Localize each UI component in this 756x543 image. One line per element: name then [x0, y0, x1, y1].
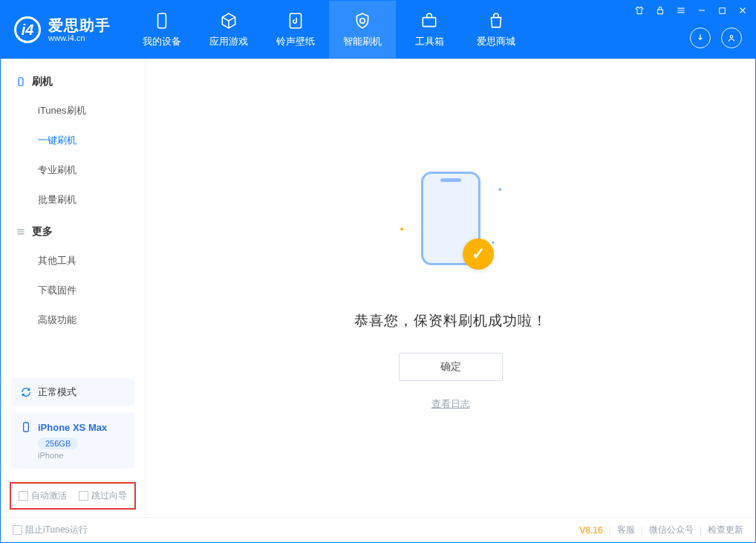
sparkle-icon: ✦: [399, 225, 405, 233]
tab-store[interactable]: 爱思商城: [463, 1, 529, 59]
check-update-link[interactable]: 检查更新: [708, 524, 743, 536]
tab-ringtone-wallpaper[interactable]: 铃声壁纸: [262, 1, 329, 59]
svg-rect-7: [24, 423, 29, 432]
main-content: ✓ ✦ ✦ ✦ 恭喜您，保资料刷机成功啦！ 确定 查看日志: [146, 59, 755, 517]
tab-toolbox[interactable]: 工具箱: [396, 1, 463, 59]
refresh-shield-icon: [353, 11, 372, 30]
sidebar-item-download-firmware[interactable]: 下载固件: [1, 276, 145, 305]
titlebar-actions: [690, 27, 742, 48]
menu-icon[interactable]: [676, 5, 686, 16]
svg-rect-4: [720, 7, 726, 13]
statusbar: 阻止iTunes运行 V8.16 | 客服 | 微信公众号 | 检查更新: [1, 517, 755, 542]
tab-smart-flash[interactable]: 智能刷机: [329, 1, 396, 59]
sidebar-header-more: 更多: [1, 218, 145, 246]
device-capacity: 256GB: [38, 438, 78, 449]
device-platform: iPhone: [38, 451, 126, 460]
checkbox-icon: [79, 491, 88, 501]
tab-label: 工具箱: [415, 35, 444, 48]
download-button[interactable]: [690, 27, 711, 48]
sidebar-header-label: 更多: [32, 225, 53, 238]
bag-icon: [486, 11, 506, 30]
device-name: iPhone XS Max: [38, 422, 107, 433]
app-name: 爱思助手: [48, 17, 111, 33]
app-url: www.i4.cn: [48, 33, 111, 42]
ok-button[interactable]: 确定: [399, 353, 503, 381]
sidebar-group-more: 更多 其他工具 下载固件 高级功能: [1, 218, 145, 338]
svg-rect-2: [423, 18, 435, 27]
close-icon[interactable]: [737, 5, 748, 16]
minimize-icon[interactable]: [697, 5, 707, 16]
tab-label: 智能刷机: [343, 35, 382, 48]
user-icon: [726, 33, 737, 43]
check-badge-icon: ✓: [463, 238, 494, 270]
checkbox-icon: [19, 491, 28, 501]
tab-apps-games[interactable]: 应用游戏: [195, 1, 262, 59]
download-icon: [695, 33, 706, 43]
stop-itunes-checkbox[interactable]: 阻止iTunes运行: [13, 524, 88, 536]
titlebar: i4 爱思助手 www.i4.cn 我的设备 应用游戏 铃声壁纸 智能刷机: [1, 1, 755, 59]
tab-label: 爱思商城: [477, 35, 515, 48]
checkbox-icon: [13, 525, 22, 535]
version-label: V8.16: [579, 525, 602, 536]
sidebar: 刷机 iTunes刷机 一键刷机 专业刷机 批量刷机 更多 其他工具 下载固件 …: [1, 59, 146, 517]
success-illustration: ✓ ✦ ✦ ✦: [384, 166, 518, 292]
sidebar-item-batch-flash[interactable]: 批量刷机: [1, 185, 145, 215]
sidebar-item-advanced[interactable]: 高级功能: [1, 305, 145, 335]
checkbox-label: 阻止iTunes运行: [25, 524, 88, 535]
flash-options: 自动激活 跳过向导: [10, 482, 136, 510]
tab-label: 我的设备: [143, 35, 181, 48]
device-icon: [16, 77, 26, 87]
tab-my-device[interactable]: 我的设备: [128, 1, 195, 59]
sparkle-icon: ✦: [498, 186, 503, 193]
cube-icon: [219, 11, 238, 30]
sidebar-item-itunes-flash[interactable]: iTunes刷机: [1, 96, 145, 126]
support-link[interactable]: 客服: [617, 524, 635, 536]
logo-icon: i4: [14, 16, 41, 43]
sidebar-item-pro-flash[interactable]: 专业刷机: [1, 155, 145, 185]
svg-rect-1: [290, 13, 301, 28]
main-tabs: 我的设备 应用游戏 铃声壁纸 智能刷机 工具箱 爱思商城: [128, 1, 529, 59]
sidebar-header-label: 刷机: [32, 75, 53, 88]
view-log-link[interactable]: 查看日志: [431, 397, 470, 411]
shirt-icon[interactable]: [634, 5, 645, 16]
lock-icon[interactable]: [655, 5, 665, 16]
wechat-link[interactable]: 微信公众号: [649, 524, 694, 536]
svg-point-5: [730, 36, 733, 39]
tab-label: 应用游戏: [209, 35, 248, 48]
mode-label: 正常模式: [38, 386, 76, 399]
sparkle-icon: ✦: [491, 240, 495, 246]
sidebar-group-flash: 刷机 iTunes刷机 一键刷机 专业刷机 批量刷机: [1, 68, 145, 218]
sidebar-item-onekey-flash[interactable]: 一键刷机: [1, 126, 145, 155]
skip-guide-checkbox[interactable]: 跳过向导: [79, 490, 127, 502]
svg-rect-3: [658, 10, 663, 14]
logo[interactable]: i4 爱思助手 www.i4.cn: [1, 1, 128, 59]
list-icon: [16, 227, 26, 237]
body: 刷机 iTunes刷机 一键刷机 专业刷机 批量刷机 更多 其他工具 下载固件 …: [1, 59, 755, 517]
checkbox-label: 跳过向导: [91, 490, 127, 501]
device-card[interactable]: iPhone XS Max 256GB iPhone: [11, 412, 134, 469]
account-button[interactable]: [721, 27, 742, 48]
success-message: 恭喜您，保资料刷机成功啦！: [354, 311, 547, 331]
mode-card[interactable]: 正常模式: [11, 378, 134, 406]
tab-label: 铃声壁纸: [276, 35, 315, 48]
svg-rect-0: [158, 13, 166, 28]
app-window: i4 爱思助手 www.i4.cn 我的设备 应用游戏 铃声壁纸 智能刷机: [0, 0, 756, 543]
refresh-icon: [20, 386, 32, 398]
toolbox-icon: [420, 11, 439, 30]
sidebar-item-other-tools[interactable]: 其他工具: [1, 246, 145, 276]
phone-icon: [20, 421, 32, 433]
music-file-icon: [286, 11, 305, 30]
checkbox-label: 自动激活: [31, 490, 67, 501]
maximize-icon[interactable]: [717, 6, 727, 16]
phone-icon: [152, 11, 172, 30]
window-controls: [634, 5, 748, 16]
sidebar-header-flash: 刷机: [1, 68, 145, 96]
auto-activate-checkbox[interactable]: 自动激活: [19, 490, 67, 502]
svg-rect-6: [19, 78, 23, 86]
